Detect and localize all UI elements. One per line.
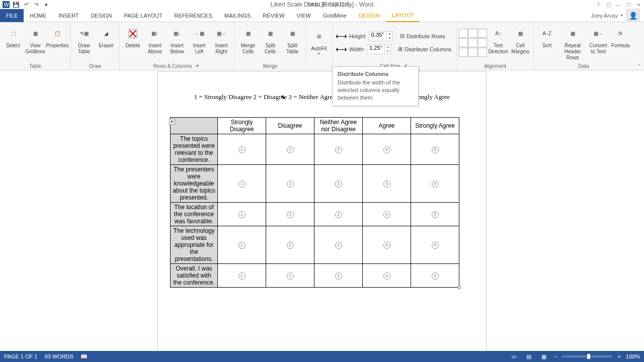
document-page[interactable]: 1 = Strongly Disagree 2 = Disagree 3 = N… [157, 71, 487, 351]
table-question-cell[interactable]: The location of the conference was favor… [171, 203, 218, 226]
align-middle-left[interactable] [459, 38, 468, 47]
collapse-ribbon-icon[interactable]: ⌃ [637, 63, 641, 69]
zoom-slider[interactable] [562, 355, 612, 357]
table-option-cell[interactable]: 1 [218, 165, 266, 203]
minimize-icon[interactable]: — [614, 1, 623, 9]
table-option-cell[interactable]: 4 [363, 226, 411, 264]
cell-margins-button[interactable]: ▦Cell Margins [509, 24, 531, 62]
align-top-center[interactable] [468, 29, 477, 38]
rows-cols-launcher-icon[interactable]: ◢ [195, 63, 201, 69]
read-mode-icon[interactable]: ▭ [509, 352, 519, 360]
align-middle-center[interactable] [468, 38, 477, 47]
align-top-left[interactable] [459, 29, 468, 38]
tab-references[interactable]: REFERENCES [169, 9, 218, 22]
tab-goldmine[interactable]: GoldMine [317, 9, 353, 22]
properties-button[interactable]: 📋Properties [46, 24, 68, 62]
insert-left-button[interactable]: ←▦Insert Left [188, 24, 210, 62]
qat-customize-icon[interactable]: ▾ [42, 1, 50, 9]
align-top-right[interactable] [478, 29, 487, 38]
width-input[interactable]: 1.25"▲▼ [367, 44, 391, 54]
tab-review[interactable]: REVIEW [257, 9, 290, 22]
tab-page-layout[interactable]: PAGE LAYOUT [118, 9, 169, 22]
distribute-rows-button[interactable]: ⊟Distribute Rows [398, 31, 447, 42]
table-option-cell[interactable]: 3 [314, 165, 363, 203]
table-header[interactable] [171, 118, 218, 134]
zoom-out-icon[interactable]: − [554, 353, 557, 359]
table-header[interactable]: Neither Agree nor Disagree [314, 118, 363, 134]
table-question-cell[interactable]: Overall, I was satisfied with the confer… [171, 264, 218, 288]
zoom-in-icon[interactable]: + [617, 353, 620, 359]
sort-button[interactable]: A↓ZSort [536, 24, 558, 62]
ribbon-options-icon[interactable]: ▢ [604, 1, 613, 9]
table-option-cell[interactable]: 4 [363, 134, 411, 165]
split-table-button[interactable]: ▦Split Table [281, 24, 303, 62]
redo-icon[interactable]: ↷ [32, 1, 40, 9]
select-button[interactable]: ⬚Select [2, 24, 24, 62]
align-middle-right[interactable] [478, 38, 487, 47]
close-icon[interactable]: ✕ [634, 1, 643, 9]
table-question-cell[interactable]: The topics presented were relevant to th… [171, 134, 218, 165]
likert-table[interactable]: Strongly DisagreeDisagreeNeither Agree n… [170, 117, 459, 288]
web-layout-icon[interactable]: ▦ [539, 352, 549, 360]
insert-below-button[interactable]: ▦↓Insert Below [166, 24, 188, 62]
tab-table-design[interactable]: DESIGN [353, 9, 386, 22]
text-direction-button[interactable]: A↕Text Direction [487, 24, 509, 62]
tab-file[interactable]: FILE [0, 9, 24, 22]
table-option-cell[interactable]: 2 [266, 134, 314, 165]
table-resize-handle[interactable] [458, 286, 461, 289]
table-option-cell[interactable]: 5 [411, 203, 459, 226]
table-option-cell[interactable]: 1 [218, 226, 266, 264]
undo-icon[interactable]: ↶ [22, 1, 30, 9]
table-option-cell[interactable]: 5 [411, 134, 459, 165]
merge-cells-button[interactable]: ▦Merge Cells [237, 24, 259, 62]
table-option-cell[interactable]: 3 [314, 203, 363, 226]
table-question-cell[interactable]: The technology used was appropriate for … [171, 226, 218, 264]
table-option-cell[interactable]: 3 [314, 226, 363, 264]
insert-right-button[interactable]: ▦→Insert Right [210, 24, 232, 62]
table-header[interactable]: Strongly Agree [411, 118, 459, 134]
status-page[interactable]: PAGE 1 OF 1 [4, 353, 37, 360]
split-cells-button[interactable]: ▦Split Cells [259, 24, 281, 62]
maximize-icon[interactable]: ☐ [624, 1, 633, 9]
table-option-cell[interactable]: 2 [266, 264, 314, 288]
table-option-cell[interactable]: 5 [411, 264, 459, 288]
print-layout-icon[interactable]: ▤ [524, 352, 534, 360]
table-move-handle[interactable]: ✥ [169, 119, 175, 125]
align-bottom-center[interactable] [468, 48, 477, 57]
table-question-cell[interactable]: The presenters were knowledgeable about … [171, 165, 218, 203]
draw-table-button[interactable]: ✎▦Draw Table [73, 24, 95, 62]
table-option-cell[interactable]: 4 [363, 203, 411, 226]
table-option-cell[interactable]: 1 [218, 203, 266, 226]
tab-table-layout[interactable]: LAYOUT [386, 9, 420, 22]
autofit-button[interactable]: ⊞AutoFit▾ [308, 27, 330, 65]
help-icon[interactable]: ? [594, 1, 603, 9]
table-option-cell[interactable]: 5 [411, 226, 459, 264]
table-header[interactable]: Agree [363, 118, 411, 134]
table-header[interactable]: Strongly Disagree [218, 118, 266, 134]
table-option-cell[interactable]: 1 [218, 264, 266, 288]
tab-view[interactable]: VIEW [291, 9, 317, 22]
delete-button[interactable]: Delete [122, 24, 144, 62]
table-option-cell[interactable]: 2 [266, 165, 314, 203]
tab-home[interactable]: HOME [24, 9, 52, 22]
repeat-header-rows-button[interactable]: ▦Repeat Header Rows [558, 24, 587, 62]
save-icon[interactable]: 💾 [12, 1, 20, 9]
avatar[interactable]: 👤 [626, 9, 640, 23]
convert-to-text-button[interactable]: ▦→Convert to Text [587, 24, 609, 62]
height-input[interactable]: 0.35"▲▼ [369, 31, 393, 41]
table-option-cell[interactable]: 1 [218, 134, 266, 165]
insert-above-button[interactable]: ▦↑Insert Above [144, 24, 166, 62]
table-option-cell[interactable]: 3 [314, 134, 363, 165]
tab-mailings[interactable]: MAILINGS [218, 9, 257, 22]
table-option-cell[interactable]: 5 [411, 165, 459, 203]
distribute-columns-button[interactable]: ⊞Distribute Columns [396, 44, 453, 55]
table-option-cell[interactable]: 2 [266, 203, 314, 226]
view-gridlines-button[interactable]: ▦View Gridlines [24, 24, 46, 62]
table-option-cell[interactable]: 4 [363, 165, 411, 203]
table-option-cell[interactable]: 4 [363, 264, 411, 288]
status-words[interactable]: 93 WORDS [44, 353, 73, 360]
tab-insert[interactable]: INSERT [52, 9, 85, 22]
align-bottom-right[interactable] [478, 48, 487, 57]
eraser-button[interactable]: ◢Eraser [95, 24, 117, 62]
align-bottom-left[interactable] [459, 48, 468, 57]
